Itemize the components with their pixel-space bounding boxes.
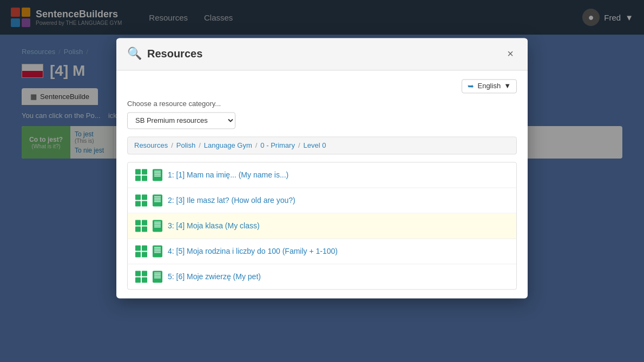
- category-select[interactable]: SB Premium resources: [127, 112, 235, 129]
- modal-close-button[interactable]: ×: [504, 47, 517, 61]
- resource-grid-icon-3: [135, 220, 147, 232]
- modal-breadcrumb-sep4: /: [298, 141, 300, 149]
- resource-item-1[interactable]: 1: [1] Mam na imię... (My name is...): [128, 162, 516, 188]
- resource-doc-icon-5: [153, 271, 162, 282]
- modal-breadcrumb-polish[interactable]: Polish: [176, 141, 195, 149]
- resource-doc-icon-3: [153, 220, 162, 232]
- resource-doc-icon-2: [153, 194, 162, 206]
- resource-label-4: 4: [5] Moja rodzina i liczby do 100 (Fam…: [168, 247, 338, 255]
- resource-grid-icon-4: [135, 245, 147, 257]
- resource-item-4[interactable]: 4: [5] Moja rodzina i liczby do 100 (Fam…: [128, 239, 516, 264]
- modal-header: 🔍 Resources ×: [116, 38, 528, 70]
- resource-label-5: 5: [6] Moje zwierzę (My pet): [168, 272, 261, 281]
- resource-item-3[interactable]: 3: [4] Moja klasa (My class): [128, 213, 516, 239]
- language-label: English: [477, 82, 501, 90]
- resource-label-2: 2: [3] Ile masz lat? (How old are you?): [168, 196, 295, 205]
- resources-modal: 🔍 Resources × ➥ English ▼ Choose a resou…: [116, 38, 528, 298]
- resource-doc-icon-4: [153, 245, 162, 257]
- modal-breadcrumb-level0[interactable]: Level 0: [304, 141, 326, 149]
- modal-breadcrumb-languagegym[interactable]: Language Gym: [204, 141, 252, 149]
- resource-label-1: 1: [1] Mam na imię... (My name is...): [168, 170, 288, 179]
- modal-breadcrumb-sep1: /: [171, 141, 173, 149]
- resource-item-2[interactable]: 2: [3] Ile masz lat? (How old are you?): [128, 188, 516, 213]
- modal-breadcrumb-resources[interactable]: Resources: [134, 141, 168, 149]
- search-icon: 🔍: [127, 47, 142, 61]
- language-dropdown-icon: ▼: [504, 82, 511, 90]
- lang-selector: ➥ English ▼: [127, 79, 517, 93]
- modal-breadcrumb-primary[interactable]: 0 - Primary: [260, 141, 295, 149]
- category-label: Choose a resource category...: [127, 100, 517, 108]
- modal-breadcrumb-sep3: /: [255, 141, 258, 149]
- modal-title: Resources: [147, 48, 202, 60]
- resource-item-5[interactable]: 5: [6] Moje zwierzę (My pet): [128, 264, 516, 289]
- language-button[interactable]: ➥ English ▼: [462, 79, 517, 93]
- resource-doc-icon-1: [153, 169, 162, 181]
- resource-grid-icon-5: [135, 271, 147, 282]
- modal-breadcrumb-sep2: /: [199, 141, 201, 149]
- resource-label-3: 3: [4] Moja klasa (My class): [168, 221, 260, 230]
- translate-icon: ➥: [468, 82, 474, 90]
- modal-body: ➥ English ▼ Choose a resource category..…: [116, 70, 528, 298]
- resource-list: 1: [1] Mam na imię... (My name is...) 2:…: [127, 162, 517, 289]
- modal-breadcrumb: Resources / Polish / Language Gym / 0 - …: [127, 136, 517, 154]
- resource-grid-icon-1: [135, 169, 147, 181]
- resource-grid-icon-2: [135, 194, 147, 206]
